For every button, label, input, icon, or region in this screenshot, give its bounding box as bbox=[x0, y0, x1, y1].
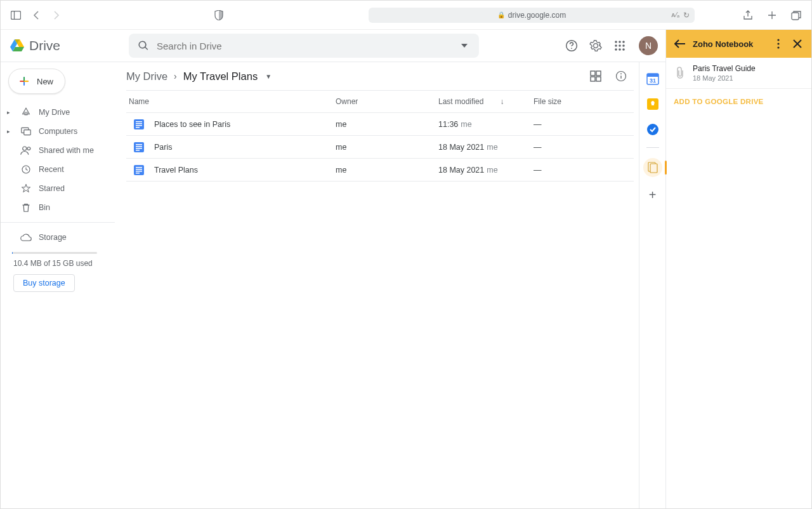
col-modified[interactable]: Last modified↓ bbox=[438, 97, 534, 106]
expand-icon[interactable]: ▸ bbox=[7, 128, 13, 135]
svg-point-12 bbox=[619, 48, 621, 51]
shared-icon bbox=[20, 144, 32, 157]
file-owner: me bbox=[336, 120, 438, 129]
file-name: Travel Plans bbox=[154, 166, 198, 175]
back-icon[interactable] bbox=[29, 8, 44, 23]
settings-icon[interactable] bbox=[588, 38, 603, 53]
sidebar-toggle-icon[interactable] bbox=[8, 8, 23, 23]
svg-point-13 bbox=[622, 48, 625, 51]
svg-rect-26 bbox=[134, 119, 144, 129]
zoho-panel: Zoho Notebook Paris Travel Guide 18 May … bbox=[665, 30, 811, 508]
svg-point-18 bbox=[27, 147, 30, 150]
add-to-drive-button[interactable]: ADD TO GOOGLE DRIVE bbox=[666, 89, 811, 114]
zoho-addon-icon[interactable] bbox=[643, 158, 662, 177]
breadcrumb-bar: My Drive › My Travel Plans ▼ bbox=[121, 62, 639, 90]
apps-icon[interactable] bbox=[612, 38, 627, 53]
svg-rect-16 bbox=[24, 130, 30, 135]
sidebar-item-computers[interactable]: ▸ Computers bbox=[1, 122, 121, 141]
info-icon[interactable] bbox=[615, 70, 627, 83]
doc-icon bbox=[134, 142, 144, 152]
tasks-addon-icon[interactable] bbox=[645, 122, 660, 137]
sidebar-item-starred[interactable]: Starred bbox=[1, 179, 121, 198]
svg-rect-2 bbox=[792, 13, 799, 20]
svg-point-10 bbox=[622, 44, 625, 47]
breadcrumb: My Drive › My Travel Plans ▼ bbox=[126, 70, 272, 83]
new-button[interactable]: New bbox=[8, 69, 65, 94]
file-modified: 18 May 2021me bbox=[438, 143, 534, 152]
svg-point-5 bbox=[615, 41, 617, 43]
content: My Drive › My Travel Plans ▼ bbox=[121, 62, 639, 508]
svg-rect-20 bbox=[591, 71, 595, 76]
star-icon bbox=[20, 182, 32, 195]
svg-point-4 bbox=[571, 48, 572, 49]
plus-icon: + bbox=[649, 188, 657, 202]
table-row[interactable]: Paris me 18 May 2021me — bbox=[126, 136, 634, 159]
svg-rect-33 bbox=[136, 146, 142, 147]
sidebar-item-bin[interactable]: Bin bbox=[1, 198, 121, 217]
sidebar-item-label: Storage bbox=[39, 233, 67, 242]
sidebar-item-label: Computers bbox=[39, 127, 77, 136]
calendar-addon-icon[interactable]: 31 bbox=[645, 71, 660, 86]
svg-rect-23 bbox=[596, 77, 601, 81]
sidebar-item-storage[interactable]: Storage bbox=[1, 228, 121, 247]
sidebar-item-my-drive[interactable]: ▸ My Drive bbox=[1, 103, 121, 122]
attachment-icon bbox=[674, 67, 686, 79]
zoho-note-item[interactable]: Paris Travel Guide 18 May 2021 bbox=[666, 58, 811, 89]
table-row[interactable]: Travel Plans me 18 May 2021me — bbox=[126, 159, 634, 182]
file-size: — bbox=[534, 166, 610, 175]
new-tab-icon[interactable] bbox=[764, 8, 780, 23]
avatar[interactable]: N bbox=[639, 36, 658, 55]
back-arrow-icon[interactable] bbox=[674, 37, 686, 50]
table-header: Name Owner Last modified↓ File size bbox=[126, 90, 634, 113]
close-icon[interactable] bbox=[791, 37, 804, 50]
doc-icon bbox=[134, 119, 144, 129]
zoho-header: Zoho Notebook bbox=[666, 30, 811, 58]
buy-storage-button[interactable]: Buy storage bbox=[13, 274, 75, 292]
breadcrumb-current[interactable]: My Travel Plans bbox=[183, 70, 258, 83]
tabs-icon[interactable] bbox=[789, 8, 804, 23]
expand-icon[interactable]: ▸ bbox=[7, 109, 13, 116]
svg-point-11 bbox=[615, 48, 617, 51]
sort-arrow-icon: ↓ bbox=[500, 97, 504, 106]
help-icon[interactable] bbox=[564, 38, 579, 53]
chevron-down-icon[interactable]: ▼ bbox=[265, 73, 272, 80]
svg-rect-29 bbox=[136, 125, 142, 126]
search-box[interactable] bbox=[129, 34, 479, 58]
col-name[interactable]: Name bbox=[126, 97, 336, 106]
file-modified: 11:36me bbox=[438, 120, 534, 129]
sidebar: New ▸ My Drive ▸ Computers bbox=[1, 62, 121, 508]
table-row[interactable]: Places to see in Paris me 11:36me — bbox=[126, 113, 634, 136]
sidebar-item-label: Recent bbox=[39, 165, 64, 174]
col-size[interactable]: File size bbox=[534, 97, 610, 106]
svg-point-50 bbox=[777, 46, 779, 48]
search-input[interactable] bbox=[157, 41, 470, 51]
keep-addon-icon[interactable] bbox=[645, 96, 660, 112]
grid-view-icon[interactable] bbox=[589, 70, 602, 83]
sidebar-item-shared[interactable]: Shared with me bbox=[1, 141, 121, 160]
svg-rect-14 bbox=[25, 112, 27, 115]
svg-rect-27 bbox=[136, 121, 142, 122]
share-icon[interactable] bbox=[740, 8, 756, 23]
drive-logo[interactable]: Drive bbox=[10, 38, 60, 53]
svg-rect-30 bbox=[136, 127, 140, 128]
sidebar-item-label: My Drive bbox=[39, 108, 70, 117]
new-label: New bbox=[37, 77, 53, 86]
more-icon[interactable] bbox=[772, 37, 785, 50]
svg-rect-39 bbox=[136, 171, 142, 172]
sidebar-item-recent[interactable]: Recent bbox=[1, 160, 121, 179]
trash-icon bbox=[20, 201, 32, 214]
reload-icon[interactable]: ↻ bbox=[683, 11, 690, 20]
col-owner[interactable]: Owner bbox=[336, 97, 438, 106]
shield-icon[interactable] bbox=[211, 8, 226, 23]
translate-icon[interactable]: ᴀ⁄ₐ bbox=[671, 11, 679, 20]
note-date: 18 May 2021 bbox=[693, 74, 756, 82]
computers-icon bbox=[20, 125, 32, 138]
breadcrumb-root[interactable]: My Drive bbox=[126, 70, 167, 83]
file-owner: me bbox=[336, 166, 438, 175]
svg-point-25 bbox=[620, 73, 622, 74]
search-options-icon[interactable] bbox=[461, 44, 468, 48]
add-addon-icon[interactable]: + bbox=[645, 187, 660, 202]
plus-icon bbox=[18, 75, 30, 88]
file-size: — bbox=[534, 120, 610, 129]
url-bar[interactable]: 🔒 drive.google.com ᴀ⁄ₐ ↻ bbox=[369, 8, 695, 23]
